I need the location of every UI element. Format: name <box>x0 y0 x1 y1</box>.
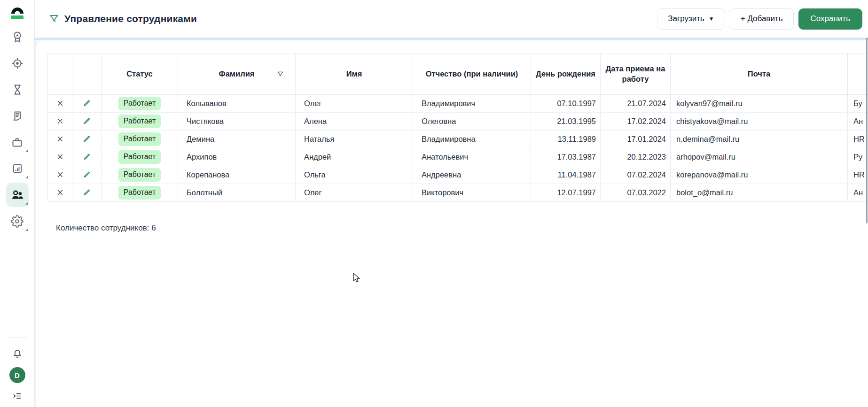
cell-hiredate: 17.01.2024 <box>601 131 671 148</box>
col-header-birthdate[interactable]: День рождения <box>531 54 601 95</box>
cell-hiredate: 21.07.2024 <box>601 95 671 113</box>
col-header-firstname[interactable]: Имя <box>296 54 413 95</box>
page-title: Управление сотрудниками <box>64 13 197 24</box>
col-header-extra[interactable] <box>848 54 868 95</box>
edit-row-button[interactable] <box>80 98 93 108</box>
dropdown-caret-icon: ▼ <box>709 16 714 22</box>
cell-edit <box>72 95 102 113</box>
delete-row-button[interactable] <box>55 99 66 108</box>
cell-extra: Ан <box>848 184 868 202</box>
submenu-indicator <box>25 176 28 178</box>
column-filter-icon[interactable] <box>277 70 284 77</box>
edit-row-button[interactable] <box>80 115 93 126</box>
save-button[interactable]: Сохранить <box>798 8 862 30</box>
collapse-sidebar-button[interactable] <box>12 391 23 401</box>
cell-middlename: Владимировна <box>413 131 531 148</box>
sidebar-item-target[interactable] <box>0 50 35 77</box>
delete-row-button[interactable] <box>55 116 66 126</box>
cell-delete <box>48 113 72 131</box>
cell-delete <box>48 166 72 184</box>
close-icon <box>56 100 64 107</box>
table-row: Работает Колыванов Олег Владимирович 07.… <box>48 95 868 113</box>
cell-birthdate: 21.03.1995 <box>531 113 601 131</box>
status-badge: Работает <box>118 115 161 128</box>
sidebar: D <box>0 0 35 407</box>
pencil-icon <box>82 99 91 108</box>
receipt-icon <box>11 110 23 122</box>
cell-lastname: Болотный <box>178 184 296 202</box>
col-header-middlename[interactable]: Отчество (при наличии) <box>413 54 531 95</box>
gear-icon <box>11 215 23 228</box>
add-button[interactable]: + Добавить <box>730 8 794 30</box>
cell-hiredate: 07.03.2022 <box>601 184 671 202</box>
delete-row-button[interactable] <box>55 188 66 197</box>
notifications-button[interactable] <box>12 348 23 360</box>
edit-row-button[interactable] <box>80 151 93 162</box>
avatar[interactable]: D <box>9 367 25 383</box>
vertical-scrollbar[interactable] <box>866 38 868 223</box>
cell-edit <box>72 148 102 166</box>
pencil-icon <box>82 188 91 197</box>
cell-lastname: Архипов <box>178 148 296 166</box>
edit-row-button[interactable] <box>80 187 93 198</box>
col-header-status[interactable]: Статус <box>102 54 178 95</box>
cell-email: bolot_o@mail.ru <box>671 184 848 202</box>
employees-table-zone: Статус Фамилия Имя Отчество (при наличии… <box>47 53 868 202</box>
title-wrap: Управление сотрудниками <box>49 13 197 24</box>
sidebar-item-reports[interactable] <box>0 155 35 182</box>
cell-firstname: Олег <box>296 184 413 202</box>
main-area: Управление сотрудниками Загрузить ▼ + До… <box>35 0 868 407</box>
upload-button[interactable]: Загрузить ▼ <box>657 8 725 30</box>
sidebar-item-settings[interactable] <box>0 208 35 234</box>
bell-icon <box>12 348 23 360</box>
employee-count: Количество сотрудников: 6 <box>56 223 868 233</box>
close-icon <box>56 189 64 196</box>
cell-middlename: Анатольевич <box>413 148 531 166</box>
status-badge: Работает <box>118 97 161 110</box>
cell-delete <box>48 148 72 166</box>
edit-row-button[interactable] <box>80 169 93 180</box>
sidebar-item-awards[interactable] <box>0 24 35 50</box>
cell-delete <box>48 184 72 202</box>
edit-row-button[interactable] <box>80 133 93 144</box>
pencil-icon <box>82 134 91 143</box>
col-header-email[interactable]: Почта <box>671 54 848 95</box>
app-window: D Управление сотрудниками Загрузить ▼ <box>0 0 868 407</box>
cell-extra: HR <box>848 166 868 184</box>
brand-logo <box>9 2 25 22</box>
sidebar-divider <box>7 338 28 338</box>
pencil-icon <box>82 170 91 179</box>
col-header-lastname[interactable]: Фамилия <box>178 54 296 95</box>
sidebar-item-briefcase[interactable] <box>0 129 35 155</box>
delete-row-button[interactable] <box>55 152 66 161</box>
cell-middlename: Андреевна <box>413 166 531 184</box>
delete-row-button[interactable] <box>55 170 66 179</box>
submenu-indicator <box>25 202 28 205</box>
cell-birthdate: 12.07.1997 <box>531 184 601 202</box>
cell-email: korepanova@mail.ru <box>671 166 848 184</box>
users-icon <box>10 188 24 201</box>
delete-row-button[interactable] <box>55 134 66 144</box>
col-header-lastname-label: Фамилия <box>219 69 255 78</box>
cell-firstname: Олег <box>296 95 413 113</box>
sidebar-item-documents[interactable] <box>0 103 35 129</box>
logo-arc <box>11 8 23 14</box>
table-row: Работает Корепанова Ольга Андреевна 11.0… <box>48 166 868 184</box>
target-icon <box>11 57 23 69</box>
cell-edit <box>72 184 102 202</box>
employees-table: Статус Фамилия Имя Отчество (при наличии… <box>47 53 868 202</box>
sidebar-item-employees[interactable] <box>0 182 35 208</box>
filter-funnel-icon <box>49 14 59 24</box>
cell-status: Работает <box>102 148 178 166</box>
pencil-icon <box>82 116 91 125</box>
cell-middlename: Викторович <box>413 184 531 202</box>
close-icon <box>56 153 64 161</box>
sidebar-item-history[interactable] <box>0 77 35 103</box>
upload-button-label: Загрузить <box>668 14 704 23</box>
table-header: Статус Фамилия Имя Отчество (при наличии… <box>48 54 868 95</box>
cell-firstname: Наталья <box>296 131 413 148</box>
col-header-hiredate[interactable]: Дата приема на работу <box>601 54 671 95</box>
table-body: Работает Колыванов Олег Владимирович 07.… <box>48 95 868 202</box>
cell-birthdate: 07.10.1997 <box>531 95 601 113</box>
cell-email: chistyakova@mail.ru <box>671 113 848 131</box>
